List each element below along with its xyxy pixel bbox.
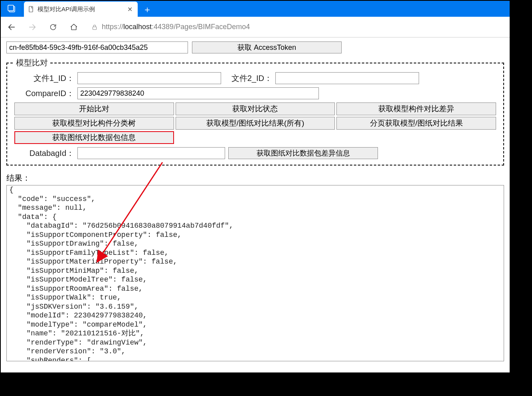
access-token-input[interactable]	[6, 41, 188, 53]
compareid-input[interactable]	[77, 87, 319, 99]
compareid-label: CompareID：	[14, 88, 74, 99]
new-tab-button[interactable]: ＋	[140, 2, 154, 17]
refresh-button[interactable]	[46, 20, 60, 34]
svg-rect-4	[93, 27, 96, 30]
get-model-drawing-compare-all-button[interactable]: 获取模型/图纸对比结果(所有)	[176, 117, 335, 130]
home-icon	[70, 23, 78, 31]
fieldset-legend: 模型比对	[14, 57, 49, 68]
window-icon	[1, 1, 22, 17]
result-label: 结果：	[6, 173, 504, 183]
tabstrip: 模型对比API调用示例 ✕ ＋	[22, 1, 154, 17]
home-button[interactable]	[67, 20, 81, 34]
tab-title: 模型对比API调用示例	[38, 6, 123, 13]
lock-icon	[91, 24, 98, 30]
get-drawing-compare-databag-info-button[interactable]: 获取图纸对比数据包信息	[14, 131, 174, 144]
file1-label: 文件1_ID：	[14, 73, 74, 84]
toolbar: https://localhost:44389/Pages/BIMFaceDem…	[1, 17, 510, 37]
paged-get-model-drawing-compare-button[interactable]: 分页获取模型/图纸对比结果	[336, 117, 496, 130]
browser-window: 模型对比API调用示例 ✕ ＋ https://localhost:44389/…	[0, 0, 510, 373]
get-model-compare-component-tree-button[interactable]: 获取模型对比构件分类树	[14, 117, 174, 130]
get-compare-status-button[interactable]: 获取对比状态	[176, 102, 335, 115]
close-tab-icon[interactable]: ✕	[126, 5, 134, 13]
back-button[interactable]	[5, 20, 18, 34]
compare-fieldset: 模型比对 文件1_ID： 文件2_ID： CompareID： 开始比对 获取对…	[6, 57, 504, 165]
refresh-icon	[49, 23, 57, 31]
svg-rect-3	[29, 6, 33, 12]
get-drawing-compare-databag-diff-button[interactable]: 获取图纸对比数据包差异信息	[228, 147, 378, 159]
browser-tab[interactable]: 模型对比API调用示例 ✕	[24, 2, 138, 17]
start-compare-button[interactable]: 开始比对	[14, 102, 174, 115]
get-access-token-button[interactable]: 获取 AccessToken	[192, 41, 342, 53]
url-host: localhost	[123, 23, 152, 31]
file2-label: 文件2_ID：	[224, 73, 272, 84]
tabs-icon	[8, 5, 16, 13]
arrow-left-icon	[7, 23, 16, 32]
databagid-input[interactable]	[77, 147, 225, 159]
svg-rect-2	[8, 5, 14, 11]
result-textarea[interactable]: { "code": "success", "message": null, "d…	[6, 185, 504, 361]
databagid-label: DatabagId：	[14, 148, 74, 159]
arrow-right-icon	[28, 23, 37, 32]
url-rest: :44389/Pages/BIMFaceDemo4	[152, 23, 250, 31]
forward-button[interactable]	[26, 20, 39, 34]
url-text: https://localhost:44389/Pages/BIMFaceDem…	[102, 23, 250, 31]
address-bar[interactable]: https://localhost:44389/Pages/BIMFaceDem…	[88, 20, 506, 34]
document-icon	[28, 6, 34, 12]
file1-id-input[interactable]	[77, 72, 221, 84]
page-content: 获取 AccessToken 模型比对 文件1_ID： 文件2_ID： Comp…	[1, 37, 510, 365]
get-model-component-diff-button[interactable]: 获取模型构件对比差异	[336, 102, 496, 115]
titlebar: 模型对比API调用示例 ✕ ＋	[1, 1, 510, 17]
file2-id-input[interactable]	[275, 72, 419, 84]
url-scheme: https://	[102, 23, 123, 31]
